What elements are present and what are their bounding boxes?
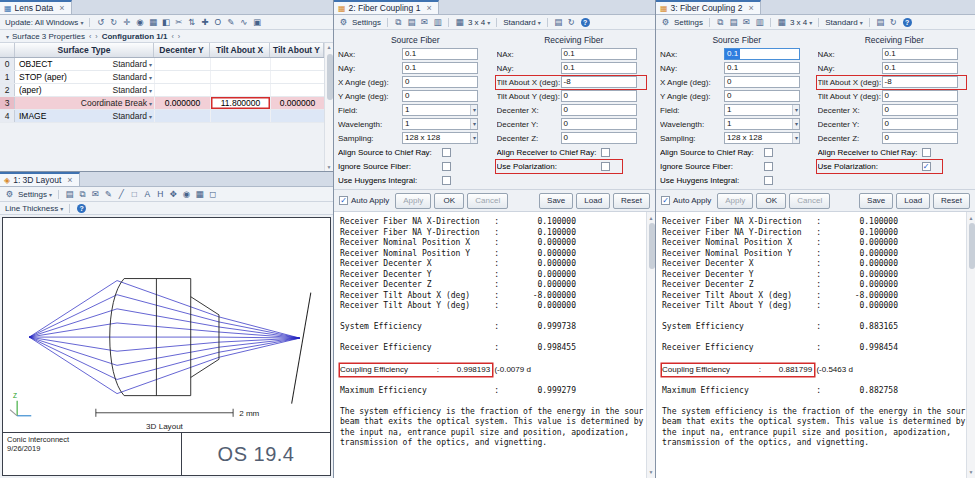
checkbox[interactable] [601,148,610,157]
field-input[interactable]: 0 [561,104,637,116]
field-input[interactable]: 1 [724,104,800,116]
settings-label[interactable]: Settings [674,18,703,27]
gear-icon[interactable]: ⚙ [660,17,671,27]
load-button[interactable]: Load [896,193,930,209]
table-row[interactable]: 2 (aper) Standard [0,84,333,97]
checkbox[interactable] [442,176,451,185]
surface-type-cell[interactable]: (aper) Standard [15,84,154,96]
toolbar-icon[interactable]: ⧉ [393,17,404,28]
update-all-windows-dropdown[interactable]: Update: All Windows [5,18,83,27]
surface-type-cell[interactable]: Coordinate Break [15,97,154,109]
tilt-about-y-cell[interactable] [270,58,324,70]
tilt-about-y-header[interactable]: Tilt About Y [270,43,324,57]
toolbar-icon[interactable]: ▥ [754,17,765,28]
field-input[interactable]: 0 [561,132,637,144]
field-input[interactable]: 1 [402,118,478,130]
load-button[interactable]: Load [576,193,610,209]
toolbar-icon[interactable]: ✛ [121,17,132,27]
ok-button[interactable]: OK [434,193,464,209]
settings-dropdown[interactable]: Settings [18,190,52,199]
tab-fiber-coupling-1[interactable]: ▦ 2: Fiber Coupling 1 × [334,0,439,14]
field-input[interactable]: 128 x 128 [402,132,478,144]
field-input[interactable]: 1 [402,104,478,116]
field-input[interactable]: 0.1 [882,48,958,60]
toolbar-icon[interactable]: ↻ [108,17,119,27]
checkbox[interactable] [764,148,773,157]
save-button[interactable]: Save [539,193,573,209]
surface-type-dropdown[interactable]: Standard [112,111,152,121]
toolbar-icon[interactable]: H [155,189,166,200]
surface-type-dropdown[interactable]: Standard [112,59,152,69]
close-icon[interactable]: × [59,3,64,13]
field-input[interactable]: 0 [882,118,958,130]
decenter-y-header[interactable]: Decenter Y [154,43,210,57]
toolbar-icon[interactable]: ▤ [728,17,739,28]
toolbar-icon[interactable]: ∿ [238,17,249,27]
checkbox[interactable] [764,176,773,185]
tilt-about-y-cell[interactable]: 0.000000 [270,97,324,109]
auto-apply-toggle[interactable]: Auto Apply [339,196,389,205]
field-input[interactable]: 0.1 [402,62,478,74]
scroll-thumb[interactable] [969,223,975,269]
scroll-down-icon[interactable]: ▼ [969,467,974,478]
field-input[interactable]: 0.1 [561,62,637,74]
field-input[interactable]: -8 [561,76,637,88]
field-input[interactable]: 0 [882,90,958,102]
toolbar-icon[interactable]: ✥ [168,189,179,200]
vertical-scrollbar[interactable]: ▲ ▼ [966,212,975,478]
surface-type-dropdown[interactable]: Standard [112,72,152,82]
toolbar-icon[interactable]: ✉ [741,17,752,28]
close-icon[interactable]: × [426,3,431,13]
decenter-y-cell[interactable] [154,110,210,122]
ok-button[interactable]: OK [756,193,786,209]
checkbox[interactable] [442,162,451,171]
row-number[interactable]: 3 [0,97,15,109]
cancel-button[interactable]: Cancel [789,193,830,209]
tilt-about-y-cell[interactable] [270,110,324,122]
toolbar-icon[interactable]: ◉ [134,17,145,27]
field-input[interactable]: 0 [402,90,478,102]
tilt-about-y-cell[interactable] [270,84,324,96]
scroll-down-icon[interactable]: ▼ [327,164,332,170]
toolbar-icon[interactable]: ✎ [103,189,114,200]
field-input[interactable]: 128 x 128 [724,132,800,144]
help-icon[interactable]: ? [903,18,912,27]
prev-config-icon[interactable]: ‹ [171,33,173,40]
surface-type-cell[interactable]: OBJECT Standard [15,58,154,70]
close-icon[interactable]: × [67,175,72,185]
gear-icon[interactable]: ⚙ [4,189,15,199]
row-number[interactable]: 0 [0,58,15,70]
surface-type-cell[interactable]: IMAGE Standard [15,110,154,122]
toolbar-icon[interactable]: ▣ [251,17,262,27]
settings-label[interactable]: Settings [352,18,381,27]
reset-button[interactable]: Reset [933,193,970,209]
field-input[interactable]: 0.1 [402,48,478,60]
field-input[interactable]: 0 [561,90,637,102]
toolbar-icon[interactable]: ✉ [419,17,430,28]
toolbar-icon[interactable]: ◉ [181,189,192,200]
toolbar-icon[interactable]: ⇅ [186,17,197,27]
surface-type-header[interactable]: Surface Type [15,43,154,57]
tilt-about-x-cell[interactable] [210,84,270,96]
table-row[interactable]: 1 STOP (aper) Standard [0,71,333,84]
field-input[interactable]: -8 [882,76,958,88]
field-input[interactable]: 0 [724,76,800,88]
prev-surface-icon[interactable]: ‹ [89,33,91,40]
grid-icon[interactable]: ▦ [454,17,465,27]
toolbar-icon[interactable]: ▦ [194,189,205,200]
checkbox[interactable] [922,148,931,157]
toolbar-icon[interactable]: ╱ [116,189,127,200]
toolbar-icon[interactable]: ▥ [432,17,443,28]
table-row[interactable]: 4 IMAGE Standard [0,110,333,123]
auto-apply-checkbox[interactable] [339,196,348,205]
reset-button[interactable]: Reset [613,193,650,209]
help-icon[interactable]: ? [77,204,86,213]
toolbar-icon[interactable]: ▤ [553,17,564,27]
close-icon[interactable]: × [748,3,753,13]
tilt-about-x-cell[interactable] [210,110,270,122]
style-dropdown[interactable]: Standard [825,18,862,27]
auto-apply-checkbox[interactable] [661,196,670,205]
toolbar-icon[interactable]: ✉ [90,189,101,200]
scroll-up-icon[interactable]: ▲ [969,213,974,224]
field-input[interactable]: 0 [402,76,478,88]
